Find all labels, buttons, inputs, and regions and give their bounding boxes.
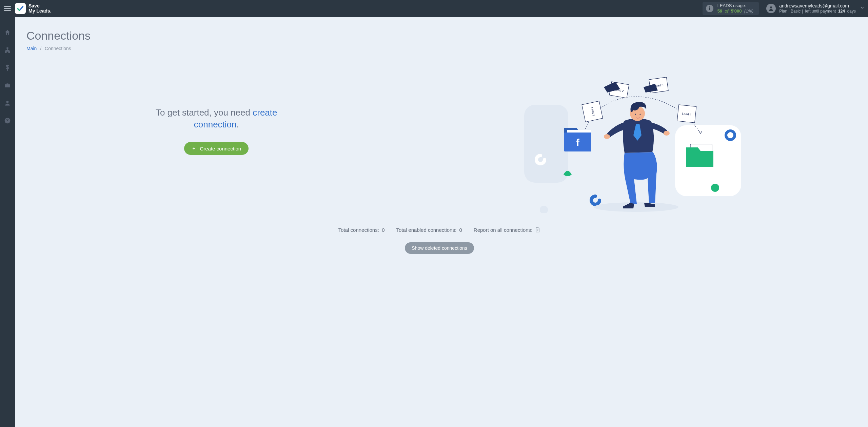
usage-label: LEADS usage: — [717, 3, 754, 8]
intro-suffix: . — [237, 119, 239, 129]
briefcase-icon — [4, 82, 11, 89]
facebook-icon: f — [576, 137, 580, 148]
account-menu[interactable]: andrewsavemyleads@gmail.com Plan | Basic… — [766, 3, 868, 14]
empty-state-text: To get started, you need create connecti… — [143, 107, 289, 130]
breadcrumb: Main / Connections — [26, 46, 852, 51]
app-name-line2: My Leads. — [28, 8, 52, 14]
breadcrumb-main-link[interactable]: Main — [26, 46, 37, 51]
svg-point-16 — [604, 134, 610, 139]
svg-point-17 — [664, 131, 670, 136]
usage-total: 5'000 — [731, 8, 742, 14]
usage-values: 59 of 5'000 (1%) — [717, 8, 754, 14]
sidebar-item-connections[interactable] — [0, 45, 15, 56]
svg-point-13 — [711, 184, 719, 192]
topbar: Save My Leads. i LEADS usage: 59 of 5'00… — [0, 0, 868, 17]
usage-percent: (1%) — [743, 8, 753, 14]
stat-enabled-label: Total enabled connections: — [396, 227, 457, 233]
usage-of-word: of — [724, 8, 730, 14]
app-name: Save My Leads. — [28, 3, 52, 13]
intro-prefix: To get started, you need — [156, 107, 253, 118]
plan-prefix: Plan | — [779, 9, 789, 14]
svg-point-14 — [540, 206, 548, 213]
account-dropdown-toggle[interactable] — [860, 5, 865, 12]
stats-row: Total connections: 0 Total enabled conne… — [26, 227, 852, 233]
plan-sep: | — [802, 9, 803, 14]
leads-usage-pill[interactable]: i LEADS usage: 59 of 5'000 (1%) — [703, 2, 759, 15]
svg-point-0 — [770, 6, 772, 8]
info-icon: i — [706, 5, 713, 12]
show-deleted-button[interactable]: Show deleted connections — [405, 242, 474, 254]
page-content: Connections Main / Connections To get st… — [15, 17, 868, 427]
chevron-down-icon — [860, 5, 865, 10]
sidebar-item-briefcase[interactable] — [0, 80, 15, 91]
plan-name: Basic — [791, 9, 801, 14]
breadcrumb-separator: / — [40, 46, 41, 51]
plan-days: 124 — [838, 9, 845, 14]
stat-enabled-connections: Total enabled connections: 0 — [396, 227, 462, 233]
plan-days-word: days — [846, 9, 856, 14]
stat-total-connections: Total connections: 0 — [338, 227, 385, 233]
checkmark-icon — [17, 5, 24, 12]
avatar-icon — [766, 4, 776, 13]
sidebar-item-account[interactable] — [0, 98, 15, 108]
plus-icon: ＋ — [192, 145, 196, 151]
user-icon — [768, 5, 774, 12]
sidebar — [0, 17, 15, 427]
leads-illustration: f Lead 1 Lead 2 Lead 3 — [524, 61, 741, 213]
svg-point-1 — [6, 101, 9, 103]
empty-state-illustration: f Lead 1 Lead 2 Lead 3 — [413, 59, 852, 213]
app-name-line1: Save — [28, 3, 52, 8]
svg-rect-3 — [524, 105, 568, 183]
report-link[interactable]: Report on all connections: — [474, 227, 540, 233]
sidebar-item-billing[interactable] — [0, 62, 15, 73]
sidebar-item-help[interactable] — [0, 115, 15, 126]
create-connection-button[interactable]: ＋ Create connection — [184, 142, 249, 155]
document-icon — [534, 227, 540, 233]
empty-state: To get started, you need create connecti… — [26, 59, 407, 155]
app-logo[interactable] — [15, 3, 26, 14]
account-email: andrewsavemyleads@gmail.com — [779, 3, 856, 9]
plan-left-text: left until payment — [804, 9, 837, 14]
home-icon — [4, 29, 11, 36]
breadcrumb-current: Connections — [45, 46, 71, 51]
svg-point-19 — [635, 114, 636, 115]
stat-total-label: Total connections: — [338, 227, 379, 233]
svg-point-20 — [640, 114, 641, 115]
report-label: Report on all connections: — [474, 227, 532, 233]
dollar-icon — [4, 64, 11, 71]
account-text: andrewsavemyleads@gmail.com Plan | Basic… — [779, 3, 856, 14]
question-icon — [4, 117, 11, 124]
sitemap-icon — [4, 47, 11, 54]
account-plan-line: Plan | Basic | left until payment 124 da… — [779, 9, 856, 14]
page-title: Connections — [26, 29, 852, 42]
sidebar-item-home[interactable] — [0, 27, 15, 38]
create-button-label: Create connection — [200, 146, 241, 151]
hamburger-icon — [4, 6, 11, 11]
user-icon — [4, 100, 11, 106]
usage-used: 59 — [717, 8, 722, 14]
stat-total-value: 0 — [380, 227, 385, 233]
menu-toggle-button[interactable] — [0, 0, 15, 17]
usage-text: LEADS usage: 59 of 5'000 (1%) — [717, 3, 754, 14]
stat-enabled-value: 0 — [458, 227, 462, 233]
